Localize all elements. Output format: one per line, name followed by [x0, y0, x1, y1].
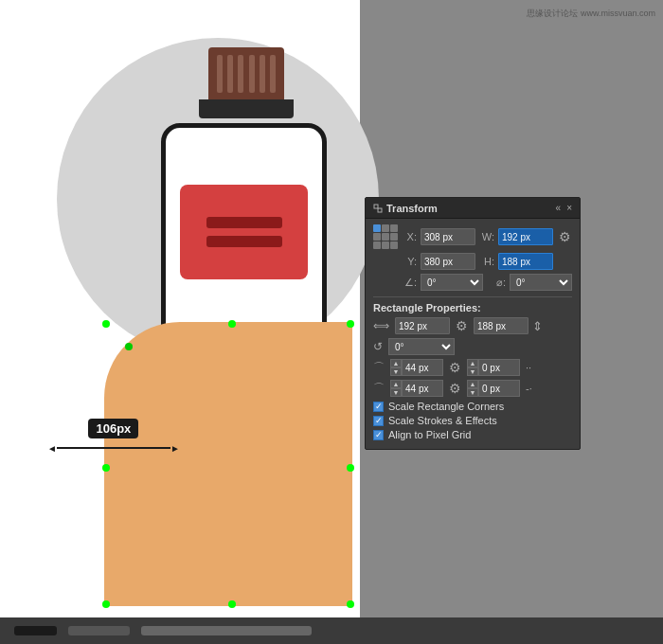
bottom-bar: [0, 617, 663, 644]
rp-angle-select[interactable]: 0°: [388, 338, 455, 355]
align-dot-tl[interactable]: [373, 224, 381, 232]
rp-wh-row: ⟺ ⚙ ⇕: [373, 317, 572, 334]
corner1a-input[interactable]: [402, 359, 443, 376]
bottom-dash-1: [14, 626, 57, 635]
rp-link-icon: ⚙: [456, 318, 468, 333]
cb3-row: ✓ Align to Pixel Grid: [373, 429, 572, 440]
spin-down-2b[interactable]: ▼: [467, 388, 478, 397]
corner-row-1: ⌒ ▲ ▼ ⚙ ▲ ▼ ··: [373, 359, 572, 376]
corner2-icon: ⌒: [373, 381, 385, 397]
cb1-check: ✓: [375, 402, 383, 411]
align-dot-bl[interactable]: [373, 242, 381, 249]
spin-wrap-2b: ▲ ▼: [467, 380, 478, 397]
spin-down-2a[interactable]: ▼: [390, 388, 402, 397]
rp-h-input[interactable]: [474, 317, 529, 334]
handle-bl[interactable]: [102, 600, 110, 608]
align-dot-tm[interactable]: [382, 224, 389, 232]
link-wh-icon: ⚙: [559, 229, 571, 244]
handle-tm[interactable]: [228, 320, 236, 328]
corner2-spinner-b: ▲ ▼: [467, 380, 520, 397]
cb3-check: ✓: [375, 431, 383, 439]
angle-label: ∠:: [402, 277, 417, 289]
panel-title: Transform: [373, 203, 438, 214]
cap-line: [217, 55, 223, 93]
spin-up-1b[interactable]: ▲: [467, 359, 478, 367]
svg-rect-1: [378, 208, 382, 212]
corner1-icon: ⌒: [373, 360, 385, 376]
corner2a-input[interactable]: [402, 380, 443, 397]
spin-up-2a[interactable]: ▲: [390, 380, 402, 388]
bottom-dash-3: [141, 626, 312, 635]
corner-link1-icon: ⚙: [449, 360, 461, 375]
handle-bm[interactable]: [228, 600, 236, 608]
corner1b-input[interactable]: [478, 359, 520, 376]
handle-tr[interactable]: [347, 320, 354, 328]
corner-link2-icon: ⚙: [449, 381, 461, 396]
spin-down-1b[interactable]: ▼: [467, 367, 478, 376]
panel-body: X: W: ⚙ Y: H: ∠: 0° ⌀: 0° Recta: [366, 219, 580, 449]
cb2-row: ✓ Scale Strokes & Effects: [373, 415, 572, 426]
cb1-checkbox[interactable]: ✓: [373, 402, 384, 412]
spin-down-1a[interactable]: ▼: [390, 367, 402, 376]
measurement-label: 106px: [88, 419, 138, 438]
handle-mr[interactable]: [347, 464, 354, 472]
panel-close-btn[interactable]: ×: [566, 203, 572, 213]
align-dot-ml[interactable]: [373, 233, 381, 241]
transform-panel: Transform « × X: W: ⚙: [365, 197, 581, 450]
shear-select[interactable]: 0°: [510, 274, 572, 291]
angle-row: ∠: 0° ⌀: 0°: [373, 274, 572, 291]
cap-neck: [199, 99, 294, 118]
bottle-cap: [199, 47, 294, 123]
rp-w-input[interactable]: [395, 317, 450, 334]
corner2-extra-icon: -·: [526, 383, 532, 394]
cb3-label: Align to Pixel Grid: [388, 429, 471, 440]
bottle-label: [180, 185, 308, 279]
align-dot-mm[interactable]: [382, 233, 389, 241]
cb2-check: ✓: [375, 417, 383, 425]
x-label: X:: [402, 231, 417, 242]
panel-collapse-btn[interactable]: «: [556, 203, 562, 213]
corner2b-input[interactable]: [478, 380, 520, 397]
shear-label: ⌀:: [487, 277, 506, 289]
rp-rotate-icon: ↺: [373, 340, 383, 353]
bottom-dash-2: [68, 626, 130, 635]
corner1-extra-icon: ··: [526, 362, 531, 373]
spin-up-1a[interactable]: ▲: [390, 359, 402, 367]
cb3-checkbox[interactable]: ✓: [373, 430, 384, 440]
w-label: W:: [479, 231, 494, 242]
corner1-spinner-a: ▲ ▼: [390, 359, 443, 376]
handle-ml[interactable]: [102, 464, 110, 472]
align-dot-mr[interactable]: [390, 233, 398, 241]
align-dot-br[interactable]: [390, 242, 398, 249]
corner2-spinner-a: ▲ ▼: [390, 380, 443, 397]
cap-line: [227, 55, 233, 93]
h-label: H:: [479, 256, 494, 267]
rect-properties-title: Rectangle Properties:: [373, 296, 572, 313]
orange-rect-shape[interactable]: [104, 322, 352, 606]
cb2-checkbox[interactable]: ✓: [373, 416, 384, 426]
rp-link2-icon: ⇕: [532, 319, 543, 333]
cap-line: [260, 55, 265, 93]
cap-line: [249, 55, 255, 93]
rp-wh-icon: ⟺: [373, 319, 389, 332]
handle-br[interactable]: [347, 600, 354, 608]
y-input[interactable]: [421, 253, 475, 270]
xw-row: X: W: ⚙: [373, 224, 572, 249]
align-dot-bm[interactable]: [382, 242, 389, 249]
panel-controls: « ×: [556, 203, 572, 213]
w-input[interactable]: [498, 228, 553, 245]
cap-lines: [208, 47, 284, 93]
spin-up-2b[interactable]: ▲: [467, 380, 478, 388]
align-reference-grid[interactable]: [373, 224, 398, 249]
spin-wrap-1a: ▲ ▼: [390, 359, 402, 376]
x-input[interactable]: [421, 228, 475, 245]
panel-titlebar: Transform « ×: [366, 198, 580, 219]
spin-wrap-1b: ▲ ▼: [467, 359, 478, 376]
h-input[interactable]: [498, 253, 553, 270]
corner-radius-handle[interactable]: [125, 343, 133, 350]
align-dot-tr[interactable]: [390, 224, 398, 232]
handle-tl[interactable]: [102, 320, 110, 328]
angle-select[interactable]: 0°: [421, 274, 483, 291]
cb2-label: Scale Strokes & Effects: [388, 415, 497, 426]
label-line-2: [206, 236, 282, 247]
